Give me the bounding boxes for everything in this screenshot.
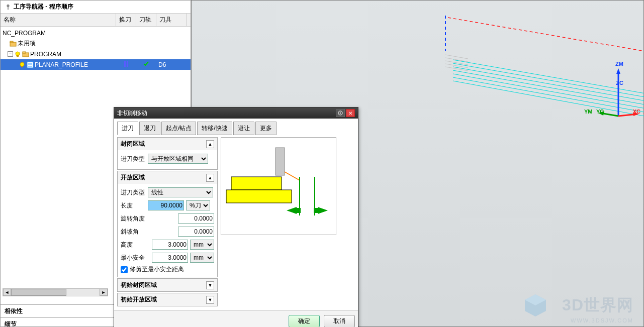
svg-rect-3 [10, 41, 13, 43]
svg-rect-53 [314, 208, 318, 213]
col-name[interactable]: 名称 [1, 14, 116, 26]
svg-marker-35 [616, 68, 620, 74]
length-input[interactable] [148, 200, 184, 210]
scroll-thumb[interactable] [11, 289, 66, 296]
feed-type-closed-select[interactable]: 与开放区域相同 [148, 154, 208, 164]
tree-row-planar-profile[interactable]: PLANAR_PROFILE D6 [1, 59, 191, 70]
tab-engage[interactable]: 进刀 [117, 122, 138, 135]
axis-ym: YM [584, 108, 593, 115]
nav-scrollbar[interactable]: ◄ ► [3, 288, 108, 296]
param-label: 高度 [121, 241, 146, 249]
svg-point-43 [340, 113, 341, 114]
length-unit-select[interactable]: %刀具 [186, 200, 210, 210]
section-label: 封闭区域 [121, 140, 145, 148]
row-label: PROGRAM [30, 51, 61, 58]
section-label: 初始开放区域 [121, 295, 157, 304]
row-label: 未用项 [18, 39, 36, 48]
param-label: 最小安全 [121, 254, 146, 262]
section-closed-region: 封闭区域 ▲ 进刀类型 与开放区域相同 [117, 137, 218, 170]
col-track[interactable]: 刀轨 [136, 14, 156, 26]
param-rotate: 旋转角度 [121, 213, 214, 224]
param-min-safe: 最小安全 mm [121, 252, 214, 263]
param-label: 旋转角度 [121, 214, 146, 223]
dialog-titlebar[interactable]: 非切削移动 ✕ [114, 107, 358, 119]
axis-xc: XC [633, 108, 640, 115]
tool-change-icon [123, 60, 130, 67]
param-feed-type-closed: 进刀类型 与开放区域相同 [121, 153, 214, 164]
bulb-icon [19, 61, 26, 68]
cell-tool-change [116, 60, 136, 69]
tree-row-ncprogram[interactable]: NC_PROGRAM [1, 28, 191, 38]
cell-cutter: D6 [156, 61, 187, 68]
watermark-cube-icon [523, 292, 548, 317]
chevron-up-icon[interactable]: ▲ [206, 174, 214, 182]
scroll-left-icon[interactable]: ◄ [3, 289, 11, 296]
tree-row-unused[interactable]: 未用项 [1, 38, 191, 49]
svg-line-19 [445, 64, 468, 68]
dialog-settings-icon[interactable] [336, 109, 345, 117]
svg-rect-12 [127, 61, 128, 67]
slope-input[interactable] [178, 227, 214, 237]
svg-rect-51 [297, 208, 301, 213]
svg-rect-11 [124, 61, 126, 67]
min-safe-unit-select[interactable]: mm [190, 253, 214, 263]
trim-checkbox[interactable] [121, 266, 128, 273]
non-cutting-moves-dialog: 非切削移动 ✕ 进刀 退刀 起点/钻点 转移/快速 避让 更多 封闭区域 ▲ [114, 107, 358, 327]
tab-more[interactable]: 更多 [255, 122, 277, 135]
ok-button[interactable]: 确定 [289, 315, 320, 327]
expander-icon[interactable]: − [8, 51, 13, 57]
param-label: 长度 [121, 201, 146, 210]
chevron-down-icon[interactable]: ▼ [206, 296, 214, 304]
chevron-down-icon[interactable]: ▼ [206, 281, 214, 289]
rotate-input[interactable] [178, 213, 214, 224]
tab-retract[interactable]: 退刀 [139, 122, 160, 135]
svg-rect-44 [275, 148, 285, 175]
scroll-right-icon[interactable]: ► [100, 289, 108, 296]
tab-start[interactable]: 起点/钻点 [161, 122, 196, 135]
svg-rect-7 [23, 52, 26, 53]
axis-zc: ZC [616, 80, 623, 86]
col-cutter[interactable]: 刀具 [156, 14, 187, 26]
height-unit-select[interactable]: mm [190, 240, 214, 250]
tree-row-program[interactable]: − PROGRAM [1, 49, 191, 59]
nav-columns: 名称 换刀 刀轨 刀具 [1, 13, 191, 27]
row-label: NC_PROGRAM [3, 30, 46, 37]
min-safe-input[interactable] [152, 253, 188, 263]
chevron-up-icon[interactable]: ▲ [206, 140, 214, 148]
height-input[interactable] [152, 240, 188, 250]
watermark-url: WWW.3DSJW.COM [571, 317, 633, 323]
svg-line-16 [445, 55, 468, 59]
section-label: 开放区域 [121, 173, 145, 182]
svg-line-18 [445, 61, 468, 65]
watermark-text: 3D世界网 [562, 294, 633, 316]
param-trim: 修剪至最小安全距离 [121, 265, 214, 274]
param-length: 长度 %刀具 [121, 200, 214, 211]
svg-line-14 [448, 18, 644, 71]
col-tool[interactable]: 换刀 [116, 14, 136, 26]
param-feed-type-open: 进刀类型 线性 [121, 187, 214, 198]
section-open-region: 开放区域 ▲ 进刀类型 线性 长度 %刀具 [117, 171, 218, 277]
axis-triad: ZM ZC YM YC XC XM [598, 66, 638, 126]
section-init-open: 初始开放区域 ▼ [117, 293, 218, 306]
svg-line-17 [445, 58, 468, 62]
dialog-close-icon[interactable]: ✕ [346, 109, 355, 117]
section-label: 初始封闭区域 [121, 281, 157, 289]
cell-toolpath [136, 60, 156, 69]
svg-rect-45 [231, 177, 282, 190]
check-icon [143, 60, 150, 67]
svg-line-20 [445, 67, 468, 71]
param-label: 进刀类型 [121, 188, 146, 197]
svg-line-47 [285, 172, 300, 180]
feed-type-open-select[interactable]: 线性 [148, 187, 213, 197]
nav-tree: NC_PROGRAM 未用项 − PROGRAM PLANAR_PROFILE [1, 27, 191, 71]
param-label: 进刀类型 [121, 155, 146, 163]
engage-preview-image [221, 137, 336, 235]
folder-icon [22, 51, 29, 58]
cancel-button[interactable]: 取消 [324, 315, 355, 327]
tab-transfer[interactable]: 转移/快速 [197, 122, 232, 135]
param-slope: 斜坡角 [121, 226, 214, 237]
tab-avoid[interactable]: 避让 [233, 122, 254, 135]
svg-point-8 [20, 62, 24, 66]
svg-rect-9 [21, 66, 23, 67]
checkbox-label: 修剪至最小安全距离 [130, 265, 184, 274]
